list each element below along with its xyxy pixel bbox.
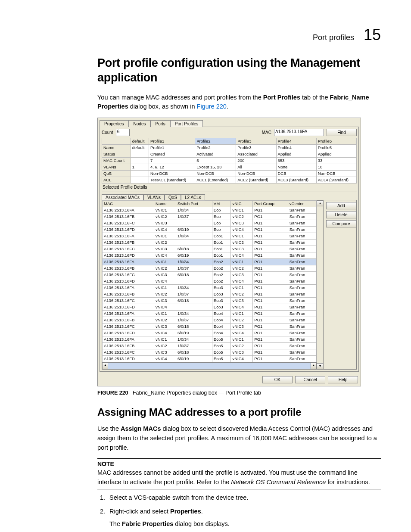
table-row[interactable]: A136.2513.16FDvNIC46/0/19Eco4vNIC4PG1San… [103, 330, 317, 336]
summary-col-header[interactable]: Profile2 [195, 138, 236, 145]
summary-cell[interactable] [131, 177, 149, 184]
table-row[interactable]: A136.2513.16FCvNIC36/0/18Eco4vNIC3PG1San… [103, 324, 317, 330]
summary-cell[interactable]: Profile3 [236, 145, 276, 151]
table-row[interactable]: A136.2513.16FCvNIC36/0/18Eco1vNIC3PG1San… [103, 246, 317, 252]
table-row[interactable]: A136.2513.16FDvNIC4Eco3vNIC4PG1SanFran [103, 304, 317, 311]
table-row[interactable]: A136.2513.16FDvNIC4Eco2vNIC4PG1SanFran [103, 278, 317, 285]
summary-col-header[interactable]: Profile5 [316, 138, 356, 145]
horizontal-scrollbar[interactable]: ◂ ▸ [102, 362, 317, 369]
summary-col-header[interactable]: Profile1 [149, 138, 195, 145]
summary-cell[interactable]: Profile1 [149, 145, 195, 151]
subtab-vlans[interactable]: VLANs [143, 194, 165, 200]
summary-cell[interactable] [131, 151, 149, 158]
table-row[interactable]: A136.2513.16FBvNIC21/0/37Eco4vNIC2PG1San… [103, 317, 317, 324]
table-row[interactable]: A136.2513.16FBvNIC21/0/37EcovNIC2PG1SanF… [103, 214, 317, 220]
summary-cell[interactable]: None [276, 164, 316, 171]
table-row[interactable]: A136.2513.16FDvNIC46/0/19Eco5vNIC4PG1San… [103, 356, 317, 362]
summary-cell[interactable]: Non-DCB [149, 171, 195, 177]
table-row[interactable]: A136.2513.16FCvNIC3EcovNIC3PG1SanFran [103, 220, 317, 227]
summary-cell[interactable]: 653 [276, 158, 316, 164]
add-button[interactable]: Add [326, 202, 356, 209]
summary-cell[interactable] [131, 158, 149, 164]
subtab-qos[interactable]: QoS [165, 194, 181, 200]
table-row[interactable]: A136.2513.16FAvNIC11/0/34Eco3vNIC1PG1San… [103, 285, 317, 291]
summary-cell[interactable]: Applied [276, 151, 316, 158]
summary-cell[interactable]: Associated [236, 151, 276, 158]
summary-cell[interactable]: 5 [195, 158, 236, 164]
summary-col-header[interactable]: default [131, 138, 149, 145]
detail-col-header[interactable]: Switch Port [176, 201, 212, 207]
summary-cell[interactable]: Except 15, 23 [195, 164, 236, 171]
tab-properties[interactable]: Properties [100, 120, 129, 127]
table-row[interactable]: A136.2513.16FBvNIC21/0/37Eco5vNIC2PG1San… [103, 343, 317, 349]
associated-macs-table[interactable]: MACNameSwitch PortVMvNICPort GroupvCente… [102, 200, 317, 362]
summary-cell[interactable]: Non-DCB [195, 171, 236, 177]
summary-cell[interactable]: 1 [131, 164, 149, 171]
summary-col-header[interactable] [102, 138, 131, 145]
scroll-down-icon[interactable]: ▾ [317, 363, 323, 369]
summary-cell[interactable]: TestACL (Standard) [149, 177, 195, 184]
scroll-left-icon[interactable]: ◂ [103, 363, 108, 369]
summary-cell[interactable]: 33 [316, 158, 356, 164]
summary-cell[interactable]: 200 [236, 158, 276, 164]
summary-cell[interactable]: Profile4 [276, 145, 316, 151]
scroll-right-icon[interactable]: ▸ [311, 363, 316, 369]
table-row[interactable]: A136.2513.16FBvNIC21/0/37Eco2vNIC2PG1San… [103, 265, 317, 272]
summary-cell[interactable] [131, 171, 149, 177]
table-row[interactable]: A136.2513.16FDvNIC46/0/19EcovNIC4PG1SanF… [103, 227, 317, 233]
summary-cell[interactable]: Created [149, 151, 195, 158]
table-row[interactable]: A136.2513.16FDvNIC46/0/19Eco1vNIC4PG1San… [103, 252, 317, 259]
table-row[interactable]: A136.2513.16FAvNIC11/0/34EcovNIC1PG1SanF… [103, 207, 317, 214]
figure-link-220[interactable]: Figure 220 [197, 103, 227, 110]
summary-cell[interactable]: All [236, 164, 276, 171]
help-button[interactable]: Help [328, 376, 358, 383]
scroll-up-icon[interactable]: ▴ [317, 201, 323, 206]
subtab-associated-macs[interactable]: Associated MACs [102, 194, 143, 200]
summary-cell[interactable]: ACL3 (Standard) [276, 177, 316, 184]
summary-col-header[interactable]: Profile4 [276, 138, 316, 145]
detail-col-header[interactable]: vCenter [288, 201, 316, 207]
table-row[interactable]: A136.2513.16FCvNIC36/0/18Eco5vNIC3PG1San… [103, 349, 317, 356]
table-row[interactable]: A136.2513.16FBvNIC21/0/37Eco3vNIC2PG1San… [103, 291, 317, 298]
find-button[interactable]: Find [327, 129, 357, 136]
tab-ports[interactable]: Ports [150, 120, 170, 127]
tab-port-profiles[interactable]: Port Profiles [170, 120, 203, 127]
profiles-summary-table[interactable]: defaultProfile1Profile2Profile3Profile4P… [102, 138, 357, 184]
table-row[interactable]: A136.2513.16FCvNIC36/0/18Eco3vNIC3PG1San… [103, 298, 317, 304]
tab-nodes[interactable]: Nodes [129, 120, 151, 127]
count-field[interactable]: 6 [116, 129, 130, 136]
summary-cell[interactable]: ACL4 (Standard) [316, 177, 356, 184]
detail-col-header[interactable]: vNIC [231, 201, 253, 207]
table-row[interactable]: A136.2513.16FAvNIC11/0/34Eco5vNIC1PG1San… [103, 336, 317, 343]
summary-cell[interactable]: Non-DCB [236, 171, 276, 177]
summary-cell[interactable]: Applied [316, 151, 356, 158]
table-row[interactable]: A136.2513.16FCvNIC36/0/18Eco2vNIC3PG1San… [103, 272, 317, 278]
summary-cell[interactable]: Activated [195, 151, 236, 158]
summary-col-header[interactable]: Profile3 [236, 138, 276, 145]
summary-cell[interactable]: default [131, 145, 149, 151]
detail-col-header[interactable]: Port Group [253, 201, 288, 207]
summary-cell[interactable]: ACL1 (Extended) [195, 177, 236, 184]
detail-col-header[interactable]: VM [212, 201, 231, 207]
summary-cell[interactable]: 4, 6, 12 [149, 164, 195, 171]
mac-field[interactable]: A136.2513.16FA [274, 129, 324, 136]
summary-cell[interactable]: Profile2 [195, 145, 236, 151]
table-row[interactable]: A136.2513.16FBvNIC2Eco1vNIC2PG1SanFran [103, 240, 317, 246]
summary-cell[interactable]: 10 [316, 164, 356, 171]
delete-button[interactable]: Delete [326, 211, 356, 218]
table-row[interactable]: A136.2513.16FAvNIC11/0/34Eco2vNIC1PG1San… [103, 259, 317, 265]
table-row[interactable]: A136.2513.16FAvNIC11/0/34Eco1vNIC1PG1San… [103, 233, 317, 240]
summary-cell[interactable]: Profile5 [316, 145, 356, 151]
subtab-l2-acls[interactable]: L2 ACLs [181, 194, 205, 200]
summary-cell[interactable]: DCB [276, 171, 316, 177]
summary-cell[interactable]: 7 [149, 158, 195, 164]
table-row[interactable]: A136.2513.16FAvNIC11/0/34Eco4vNIC1PG1San… [103, 311, 317, 317]
detail-col-header[interactable]: Name [154, 201, 176, 207]
summary-cell[interactable]: ACL2 (Standard) [236, 177, 276, 184]
vertical-scrollbar[interactable]: ▴ ▾ [317, 200, 324, 369]
cancel-button[interactable]: Cancel [295, 376, 325, 383]
summary-cell[interactable]: Non-DCB [316, 171, 356, 177]
detail-col-header[interactable]: MAC [103, 201, 154, 207]
ok-button[interactable]: OK [262, 376, 293, 383]
compare-button[interactable]: Compare [326, 220, 356, 227]
